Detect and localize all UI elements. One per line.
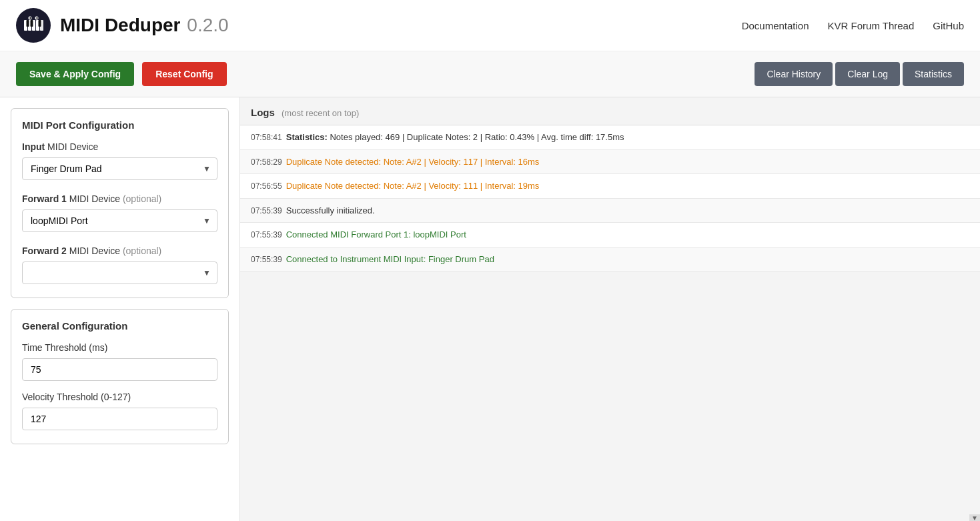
nav-github[interactable]: GitHub	[933, 20, 964, 31]
log-entry: 07:58:29Duplicate Note detected: Note: A…	[240, 150, 980, 175]
log-area: Logs (most recent on top) 07:58:41Statis…	[240, 97, 980, 521]
toolbar: Save & Apply Config Reset Config Clear H…	[0, 51, 980, 97]
log-entries[interactable]: 07:58:41Statistics: Notes played: 469 | …	[240, 125, 980, 521]
reset-config-button[interactable]: Reset Config	[142, 62, 226, 86]
log-entry: 07:55:39Successfully initialized.	[240, 199, 980, 223]
sidebar: MIDI Port Configuration Input MIDI Devic…	[0, 97, 240, 521]
svg-rect-6	[31, 20, 33, 27]
logo-svg	[21, 13, 45, 37]
log-title: Logs	[251, 107, 275, 118]
log-subtitle: (most recent on top)	[282, 108, 359, 118]
header-nav: Documentation KVR Forum Thread GitHub	[742, 20, 964, 31]
nav-kvr-forum[interactable]: KVR Forum Thread	[828, 20, 915, 31]
log-time: 07:55:39	[251, 255, 282, 264]
input-midi-select-wrapper: Finger Drum Pad ▼	[22, 157, 217, 180]
forward2-midi-select-wrapper: ▼	[22, 262, 217, 284]
app-name-group: MIDI Deduper 0.2.0	[60, 15, 229, 36]
time-threshold-label: Time Threshold (ms)	[22, 342, 217, 353]
log-time: 07:55:39	[251, 206, 282, 215]
save-apply-button[interactable]: Save & Apply Config	[16, 62, 134, 86]
velocity-threshold-label: Velocity Threshold (0-127)	[22, 392, 217, 402]
forward1-midi-select[interactable]: loopMIDI Port	[22, 209, 217, 232]
midi-port-title: MIDI Port Configuration	[22, 119, 217, 131]
log-text-orange: Duplicate Note detected: Note: A#2 | Vel…	[286, 157, 540, 167]
log-entry: 07:55:39Connected MIDI Forward Port 1: l…	[240, 223, 980, 247]
header-left: MIDI Deduper 0.2.0	[16, 8, 229, 43]
app-header: MIDI Deduper 0.2.0 Documentation KVR For…	[0, 0, 980, 51]
svg-point-10	[29, 17, 31, 19]
app-logo	[16, 8, 51, 43]
log-entry: 07:58:41Statistics: Notes played: 469 | …	[240, 125, 980, 150]
main-layout: MIDI Port Configuration Input MIDI Devic…	[0, 97, 980, 521]
statistics-button[interactable]: Statistics	[903, 62, 964, 86]
log-bold-text: Statistics:	[286, 132, 328, 142]
svg-rect-7	[39, 20, 41, 27]
general-config-title: General Configuration	[22, 320, 217, 332]
log-time: 07:55:39	[251, 230, 282, 239]
forward1-midi-select-wrapper: loopMIDI Port ▼	[22, 209, 217, 232]
clear-log-button[interactable]: Clear Log	[835, 62, 900, 86]
toolbar-right: Clear History Clear Log Statistics	[755, 62, 964, 86]
svg-rect-5	[27, 20, 29, 27]
log-header: Logs (most recent on top)	[240, 97, 980, 125]
midi-port-config-panel: MIDI Port Configuration Input MIDI Devic…	[11, 108, 229, 298]
time-threshold-input[interactable]	[22, 358, 217, 381]
forward2-midi-label: Forward 2 MIDI Device (optional)	[22, 245, 217, 256]
log-time: 07:56:55	[251, 181, 282, 191]
toolbar-left: Save & Apply Config Reset Config	[16, 62, 227, 86]
log-text-orange: Duplicate Note detected: Note: A#2 | Vel…	[286, 181, 540, 191]
nav-documentation[interactable]: Documentation	[742, 20, 809, 31]
app-version: 0.2.0	[187, 15, 228, 35]
app-title: MIDI Deduper	[60, 15, 180, 35]
scroll-down-icon[interactable]: ▼	[969, 514, 980, 521]
log-text: Successfully initialized.	[286, 205, 375, 215]
log-text-green: Connected MIDI Forward Port 1: loopMIDI …	[286, 229, 466, 239]
velocity-threshold-input[interactable]	[22, 408, 217, 430]
log-text-green: Connected to Instrument MIDI Input: Fing…	[286, 254, 494, 264]
log-time: 07:58:41	[251, 133, 282, 142]
log-entry: 07:56:55Duplicate Note detected: Note: A…	[240, 174, 980, 199]
input-midi-label: Input MIDI Device	[22, 141, 217, 152]
log-text: Notes played: 469 | Duplicate Notes: 2 |…	[328, 132, 624, 142]
log-entry: 07:55:39Connected to Instrument MIDI Inp…	[240, 247, 980, 272]
forward1-midi-label: Forward 1 MIDI Device (optional)	[22, 193, 217, 204]
log-time: 07:58:29	[251, 157, 282, 167]
clear-history-button[interactable]: Clear History	[755, 62, 833, 86]
general-config-panel: General Configuration Time Threshold (ms…	[11, 309, 229, 444]
svg-point-11	[36, 17, 37, 19]
input-midi-select[interactable]: Finger Drum Pad	[22, 157, 217, 180]
forward2-midi-select[interactable]	[22, 262, 217, 284]
